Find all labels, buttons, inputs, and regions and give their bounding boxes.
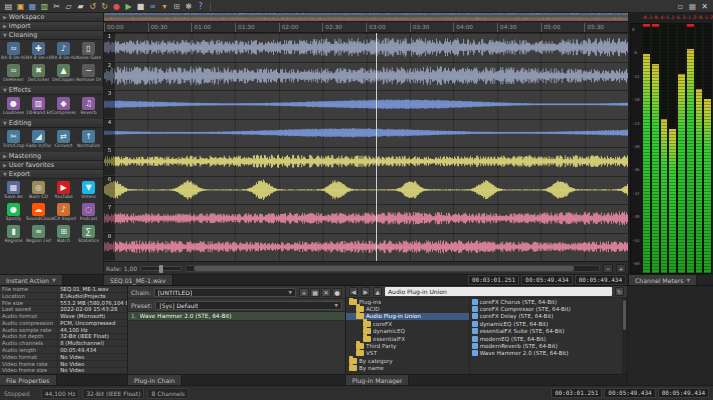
- zoom-in-button[interactable]: +: [616, 264, 626, 273]
- plugin-list-item[interactable]: essentialFX Suite (STE, 64-Bit): [470, 328, 627, 335]
- save-icon[interactable]: ▦: [27, 1, 38, 12]
- sidebar-item-soundcloud[interactable]: ☁SoundCloud: [26, 202, 51, 224]
- tab-file-properties[interactable]: File Properties: [0, 375, 57, 385]
- waveform-canvas[interactable]: [104, 33, 628, 261]
- manager-scrollbar-thumb[interactable]: [623, 300, 626, 330]
- sidebar-item-region-list[interactable]: ≡Region List: [26, 224, 51, 246]
- close-icon[interactable]: ✕: [699, 1, 710, 12]
- section-header-cleaning[interactable]: ▼Cleaning: [0, 31, 103, 40]
- peak-readout-ch3[interactable]: -5.1: [663, 13, 674, 23]
- sidebar-item-reverb[interactable]: ♫Reverb: [76, 96, 101, 118]
- status-time-field-1[interactable]: 00:03:01.251: [551, 388, 602, 398]
- channel-badge-7[interactable]: 7: [104, 204, 115, 233]
- peak-readout-ch2[interactable]: -0.4: [652, 13, 663, 23]
- save-chain-icon[interactable]: ▦: [310, 288, 320, 297]
- zoom-out-button[interactable]: −: [603, 264, 613, 273]
- plugin-list-item[interactable]: coreFX Chorus (STE, 64-Bit): [470, 298, 627, 305]
- section-header-effects[interactable]: ▼Effects: [0, 86, 103, 95]
- section-header-mastering[interactable]: ▶Mastering: [0, 152, 103, 161]
- sidebar-item-rx-8-de-hiss[interactable]: ≈RX 8 De-hiss: [1, 41, 26, 63]
- playhead-cursor[interactable]: [376, 33, 377, 261]
- sidebar-item-dehisser[interactable]: ≈DeHisser: [1, 63, 26, 85]
- workspace-layout-icon[interactable]: ▦: [687, 1, 698, 12]
- sidebar-item-declicker[interactable]: ✖DeClicker: [26, 63, 51, 85]
- sidebar-item-noise-gate[interactable]: ▯Noise Gate: [76, 41, 101, 63]
- plugin-list-item[interactable]: modernReverb (STE, 64-Bit): [470, 342, 627, 349]
- sidebar-item-fade-in-out[interactable]: ◢Fade In/Out: [26, 129, 51, 151]
- add-plugin-icon[interactable]: +: [299, 288, 309, 297]
- cut-icon[interactable]: ✂: [51, 1, 62, 12]
- meter-bars[interactable]: 0-6-12-18-24-30-36-42-48-54-60: [630, 23, 712, 274]
- status-time-field-3[interactable]: 00:05:49.434: [658, 388, 709, 398]
- status-time-field-2[interactable]: 00:05:49.434: [604, 388, 655, 398]
- tree-item-vst[interactable]: VST: [346, 350, 469, 357]
- sidebar-item-regions[interactable]: ▮Regions: [1, 224, 26, 246]
- sidebar-item-rx-8-de-click[interactable]: ✚RX 8 De-click: [26, 41, 51, 63]
- channel-badge-8[interactable]: 8: [104, 233, 115, 262]
- sidebar-item-compressor[interactable]: ◆Compressor: [51, 96, 76, 118]
- channel-badge-4[interactable]: 4: [104, 119, 115, 148]
- chain-slot[interactable]: 1.Wave Hammer 2.0 (STE, 64-Bit): [128, 312, 345, 321]
- copy-icon[interactable]: ▱: [63, 1, 74, 12]
- peak-readout-ch4[interactable]: -6.3: [674, 13, 685, 23]
- stop-icon[interactable]: ■: [135, 1, 146, 12]
- level-meter-ch3[interactable]: [661, 24, 668, 273]
- overview-bar[interactable]: [104, 13, 628, 22]
- overview-waveform[interactable]: [104, 13, 628, 21]
- section-header-workspace[interactable]: ▶Workspace: [0, 13, 103, 22]
- peak-readout-ch6[interactable]: -0.1: [696, 13, 707, 23]
- refresh-icon[interactable]: ↻: [615, 287, 624, 296]
- back-icon[interactable]: ◀: [349, 287, 358, 296]
- tree-item-essentialfx[interactable]: essentialFX: [346, 335, 469, 342]
- sidebar-item-normalize[interactable]: ↑Normalize: [76, 129, 101, 151]
- redo-icon[interactable]: ↻: [99, 1, 110, 12]
- peak-readout-ch5[interactable]: -1.2: [685, 13, 696, 23]
- play-icon[interactable]: ▶: [123, 1, 134, 12]
- sidebar-item-convert[interactable]: ⇄Convert: [51, 129, 76, 151]
- tab-plugin-chain[interactable]: Plug-in Chain: [128, 375, 182, 385]
- paste-icon[interactable]: ▰: [75, 1, 86, 12]
- sidebar-item-acx-export[interactable]: ♪ACX Export: [51, 202, 76, 224]
- meter-peak-labels[interactable]: -0.2-0.4-5.1-6.3-1.2-0.1-2.4-3.0: [629, 13, 713, 23]
- render-as-icon[interactable]: ▥: [39, 1, 50, 12]
- sidebar-item-declipper[interactable]: ▲DeClipper: [51, 63, 76, 85]
- horizontal-scrollbar[interactable]: [185, 265, 600, 272]
- sidebar-item-spotify[interactable]: ●Spotify: [1, 202, 26, 224]
- tree-item-third-party[interactable]: Third Party: [346, 342, 469, 349]
- tab-instant-action[interactable]: Instant Action ▼: [0, 275, 63, 285]
- rate-slider[interactable]: [140, 266, 182, 271]
- sidebar-item-trim-crop[interactable]: ✂Trim/Crop: [1, 129, 26, 151]
- cursor-position-readout[interactable]: 00:03:01.251: [468, 275, 519, 285]
- options-icon[interactable]: ✱: [183, 1, 194, 12]
- selection-length-readout[interactable]: 00:05:49.434: [575, 275, 626, 285]
- channel-badge-5[interactable]: 5: [104, 147, 115, 176]
- plugin-list-item[interactable]: Wave Hammer 2.0 (STE, 64-Bit): [470, 350, 627, 357]
- sidebar-item-vimeo[interactable]: ▼Vimeo: [76, 180, 101, 202]
- marker-icon[interactable]: ▾: [159, 1, 170, 12]
- chain-select[interactable]: [UNTITLED] ▼: [154, 288, 296, 297]
- tab-open-file[interactable]: SEQ.01_ME-1.wav: [104, 275, 173, 285]
- preset-select[interactable]: [Sys] Default ▼: [155, 301, 342, 310]
- delete-chain-icon[interactable]: ✕: [321, 288, 331, 297]
- level-meter-ch4[interactable]: [669, 24, 676, 273]
- level-meter-ch8[interactable]: [704, 24, 711, 273]
- sidebar-item-save-as[interactable]: ▦Save As: [1, 180, 26, 202]
- channel-badge-3[interactable]: 3: [104, 90, 115, 119]
- manager-path-input[interactable]: Audio Plug-in Union: [385, 287, 612, 296]
- sidebar-item-batch[interactable]: ⊞Batch: [51, 224, 76, 246]
- tree-item-plug-ins[interactable]: Plug-ins: [346, 298, 469, 305]
- plugin-list-item[interactable]: modernEQ (STE, 64-Bit): [470, 335, 627, 342]
- horizontal-scrollbar-thumb[interactable]: [194, 266, 574, 271]
- channel-badge-1[interactable]: 1: [104, 33, 115, 62]
- open-file-icon[interactable]: ▣: [15, 1, 26, 12]
- forward-icon[interactable]: ▶: [361, 287, 370, 296]
- manager-vertical-scrollbar[interactable]: [622, 298, 627, 374]
- plugin-list-item[interactable]: coreFX Compressor (STE, 64-Bit): [470, 305, 627, 312]
- channel-badge-2[interactable]: 2: [104, 62, 115, 91]
- loop-icon[interactable]: ∞: [147, 1, 158, 12]
- time-ruler[interactable]: 00:0000:3001:0001:3002:0002:3003:0003:30…: [104, 22, 628, 33]
- sidebar-item-rx-8-de-hum[interactable]: ♪RX 8 De-hum: [51, 41, 76, 63]
- sidebar-item-statistics[interactable]: ∑Statistics: [76, 224, 101, 246]
- tab-channel-meters[interactable]: Channel Meters ▼: [629, 275, 697, 285]
- section-header-editing[interactable]: ▼Editing: [0, 119, 103, 128]
